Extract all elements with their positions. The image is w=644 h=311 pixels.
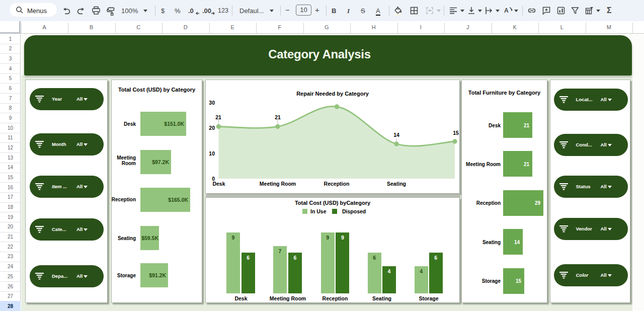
svg-text:A: A	[504, 7, 509, 14]
